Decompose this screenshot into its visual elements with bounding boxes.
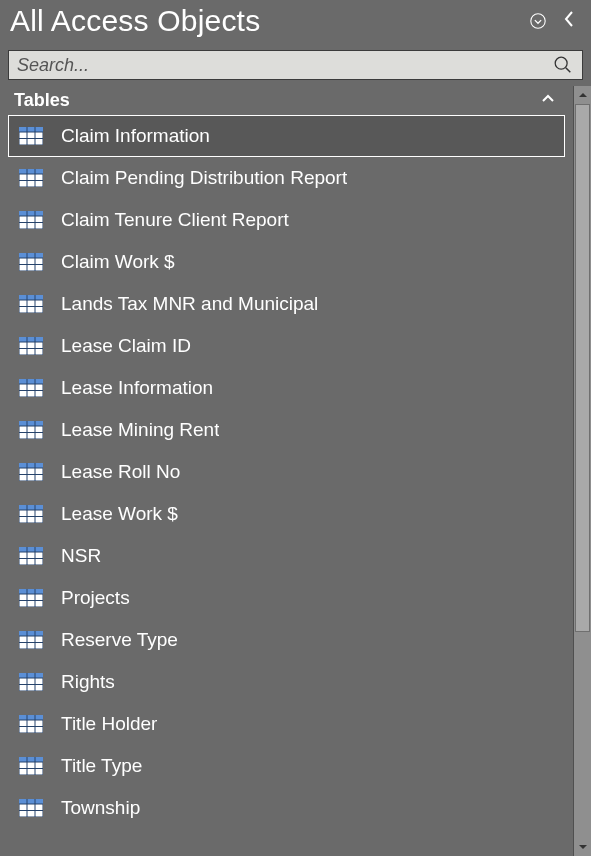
table-item[interactable]: Claim Tenure Client Report xyxy=(8,199,565,241)
svg-rect-22 xyxy=(19,253,43,258)
table-item-label: Lease Claim ID xyxy=(61,335,191,357)
svg-rect-76 xyxy=(19,631,43,636)
table-item[interactable]: Lease Mining Rent xyxy=(8,409,565,451)
table-item[interactable]: Lease Information xyxy=(8,367,565,409)
search-input[interactable] xyxy=(17,55,546,76)
table-item-label: Lease Mining Rent xyxy=(61,419,219,441)
table-list: Claim Information Claim Pending Distribu… xyxy=(0,115,573,856)
scrollbar-up-button[interactable] xyxy=(574,86,591,104)
svg-rect-4 xyxy=(19,127,43,132)
table-icon xyxy=(19,337,43,355)
svg-rect-10 xyxy=(19,169,43,174)
svg-rect-82 xyxy=(19,673,43,678)
table-item-label: Township xyxy=(61,797,140,819)
table-item-label: Title Type xyxy=(61,755,142,777)
svg-rect-40 xyxy=(19,379,43,384)
table-icon xyxy=(19,421,43,439)
search-wrap xyxy=(0,46,591,86)
svg-rect-16 xyxy=(19,211,43,216)
table-item[interactable]: Lease Roll No xyxy=(8,451,565,493)
table-icon xyxy=(19,715,43,733)
nav-header-controls xyxy=(529,9,575,34)
group-header-tables[interactable]: Tables xyxy=(0,86,573,115)
scrollbar-track[interactable] xyxy=(574,104,591,838)
table-item[interactable]: Lands Tax MNR and Municipal xyxy=(8,283,565,325)
table-icon xyxy=(19,673,43,691)
table-item[interactable]: Lease Claim ID xyxy=(8,325,565,367)
collapse-pane-icon[interactable] xyxy=(563,9,575,34)
table-item[interactable]: Claim Information xyxy=(8,115,565,157)
svg-rect-64 xyxy=(19,547,43,552)
table-icon xyxy=(19,799,43,817)
svg-line-2 xyxy=(566,68,571,73)
table-icon xyxy=(19,547,43,565)
nav-header: All Access Objects xyxy=(0,0,591,46)
table-icon xyxy=(19,463,43,481)
table-icon xyxy=(19,589,43,607)
svg-rect-58 xyxy=(19,505,43,510)
table-item-label: Title Holder xyxy=(61,713,157,735)
scrollbar-down-button[interactable] xyxy=(574,838,591,856)
nav-title: All Access Objects xyxy=(10,4,260,38)
scrollbar[interactable] xyxy=(573,86,591,856)
table-item-label: Lands Tax MNR and Municipal xyxy=(61,293,318,315)
table-icon xyxy=(19,253,43,271)
svg-rect-94 xyxy=(19,757,43,762)
svg-rect-46 xyxy=(19,421,43,426)
svg-point-1 xyxy=(555,57,567,69)
table-item-label: Claim Work $ xyxy=(61,251,175,273)
table-item-label: Projects xyxy=(61,587,130,609)
svg-point-0 xyxy=(531,14,545,28)
table-icon xyxy=(19,631,43,649)
table-icon xyxy=(19,211,43,229)
table-item[interactable]: Title Type xyxy=(8,745,565,787)
category-dropdown-icon[interactable] xyxy=(529,12,547,30)
table-item[interactable]: Rights xyxy=(8,661,565,703)
search-icon[interactable] xyxy=(552,54,574,76)
svg-rect-28 xyxy=(19,295,43,300)
table-item-label: NSR xyxy=(61,545,101,567)
nav-body: Tables Claim Information Claim Pending D… xyxy=(0,86,591,856)
table-item-label: Lease Information xyxy=(61,377,213,399)
table-item[interactable]: Claim Pending Distribution Report xyxy=(8,157,565,199)
group-label: Tables xyxy=(14,90,70,111)
nav-pane: All Access Objects xyxy=(0,0,591,856)
table-icon xyxy=(19,169,43,187)
search-box[interactable] xyxy=(8,50,583,80)
svg-rect-100 xyxy=(19,799,43,804)
scrollbar-thumb[interactable] xyxy=(575,104,590,632)
svg-rect-88 xyxy=(19,715,43,720)
group-collapse-icon[interactable] xyxy=(541,92,555,110)
svg-rect-70 xyxy=(19,589,43,594)
table-item[interactable]: Claim Work $ xyxy=(8,241,565,283)
table-item-label: Lease Work $ xyxy=(61,503,178,525)
table-item[interactable]: Lease Work $ xyxy=(8,493,565,535)
nav-list-column: Tables Claim Information Claim Pending D… xyxy=(0,86,573,856)
table-item-label: Claim Information xyxy=(61,125,210,147)
table-item[interactable]: Projects xyxy=(8,577,565,619)
table-item[interactable]: Reserve Type xyxy=(8,619,565,661)
table-item-label: Rights xyxy=(61,671,115,693)
table-icon xyxy=(19,379,43,397)
svg-rect-34 xyxy=(19,337,43,342)
table-icon xyxy=(19,127,43,145)
table-icon xyxy=(19,295,43,313)
table-item-label: Lease Roll No xyxy=(61,461,180,483)
table-item-label: Claim Pending Distribution Report xyxy=(61,167,347,189)
table-item[interactable]: NSR xyxy=(8,535,565,577)
table-item[interactable]: Title Holder xyxy=(8,703,565,745)
svg-rect-52 xyxy=(19,463,43,468)
table-icon xyxy=(19,505,43,523)
table-icon xyxy=(19,757,43,775)
table-item[interactable]: Township xyxy=(8,787,565,829)
table-item-label: Reserve Type xyxy=(61,629,178,651)
table-item-label: Claim Tenure Client Report xyxy=(61,209,289,231)
